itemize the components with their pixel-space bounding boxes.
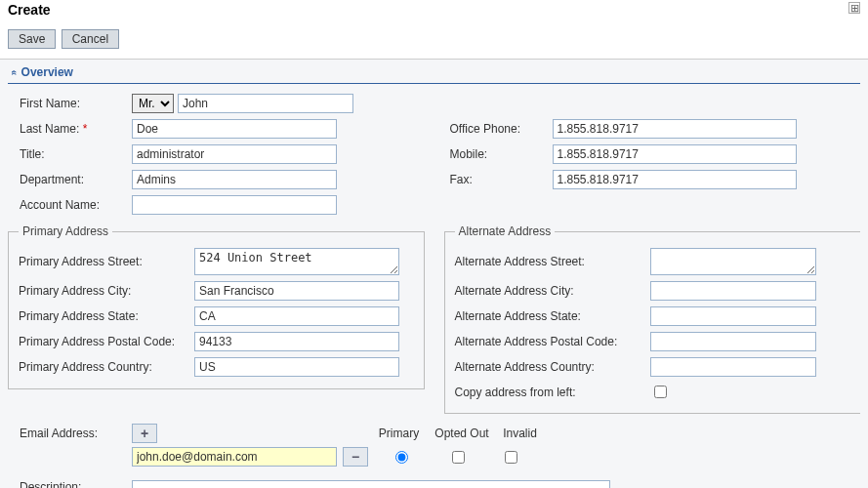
email-add-button[interactable]: + [132,424,157,443]
chevron-up-icon: « [9,69,20,75]
primary-address-fieldset: Primary Address Primary Address Street: … [8,224,425,389]
p-state-label: Primary Address State: [19,309,194,323]
email-col-invalid: Invalid [498,427,542,440]
a-street-input[interactable] [650,248,816,275]
p-street-label: Primary Address Street: [19,255,194,268]
email-primary-radio[interactable] [395,451,408,464]
department-input[interactable] [132,170,337,189]
p-country-label: Primary Address Country: [19,360,194,374]
copy-left-checkbox[interactable] [654,386,667,398]
p-city-label: Primary Address City: [19,284,194,298]
title-input[interactable] [132,144,337,164]
email-input[interactable] [132,447,337,467]
email-col-primary: Primary [372,427,426,440]
title-label: Title: [20,147,132,161]
last-name-input[interactable] [132,119,337,139]
minus-icon: − [351,449,359,465]
description-label: Description: [20,480,132,488]
a-postal-input[interactable] [650,332,816,351]
p-country-input[interactable] [194,357,399,377]
office-phone-input[interactable] [553,119,797,139]
copy-left-label: Copy address from left: [455,386,650,399]
overview-label: Overview [21,65,73,79]
plus-icon: + [141,426,148,441]
mobile-input[interactable] [553,144,797,164]
fax-label: Fax: [450,173,553,186]
last-name-label: Last Name: * [20,122,132,136]
first-name-label: First Name: [20,97,132,110]
a-city-input[interactable] [650,281,816,301]
a-postal-label: Alternate Address Postal Code: [455,335,650,348]
p-postal-label: Primary Address Postal Code: [19,335,194,348]
email-optedout-checkbox[interactable] [452,451,465,464]
a-state-label: Alternate Address State: [455,309,650,323]
a-street-label: Alternate Address Street: [455,255,650,268]
expand-icon[interactable]: ⊞ [848,2,860,14]
alternate-address-legend: Alternate Address [455,224,556,238]
salutation-select[interactable]: Mr. [132,94,174,113]
cancel-button[interactable]: Cancel [62,29,119,49]
mobile-label: Mobile: [450,147,553,161]
primary-address-legend: Primary Address [19,224,112,238]
email-remove-button[interactable]: − [343,447,368,467]
first-name-input[interactable] [178,94,353,113]
account-name-label: Account Name: [20,198,132,212]
page-title: Create [8,2,51,18]
email-col-optedout: Opted Out [432,427,492,440]
p-postal-input[interactable] [194,332,399,351]
office-phone-label: Office Phone: [450,122,553,136]
save-button[interactable]: Save [8,29,56,49]
p-state-input[interactable] [194,306,399,326]
a-country-input[interactable] [650,357,816,377]
department-label: Department: [20,173,132,186]
p-city-input[interactable] [194,281,399,301]
fax-input[interactable] [553,170,797,189]
account-name-input[interactable] [132,195,337,215]
email-invalid-checkbox[interactable] [505,451,517,464]
a-country-label: Alternate Address Country: [455,360,650,374]
a-city-label: Alternate Address City: [455,284,650,298]
alternate-address-fieldset: Alternate Address Alternate Address Stre… [444,224,861,414]
email-address-label: Email Address: [20,424,132,440]
description-input[interactable] [132,480,610,488]
p-street-input[interactable]: 524 Union Street [194,248,399,275]
a-state-input[interactable] [650,306,816,326]
overview-section-header[interactable]: « Overview [8,60,860,84]
